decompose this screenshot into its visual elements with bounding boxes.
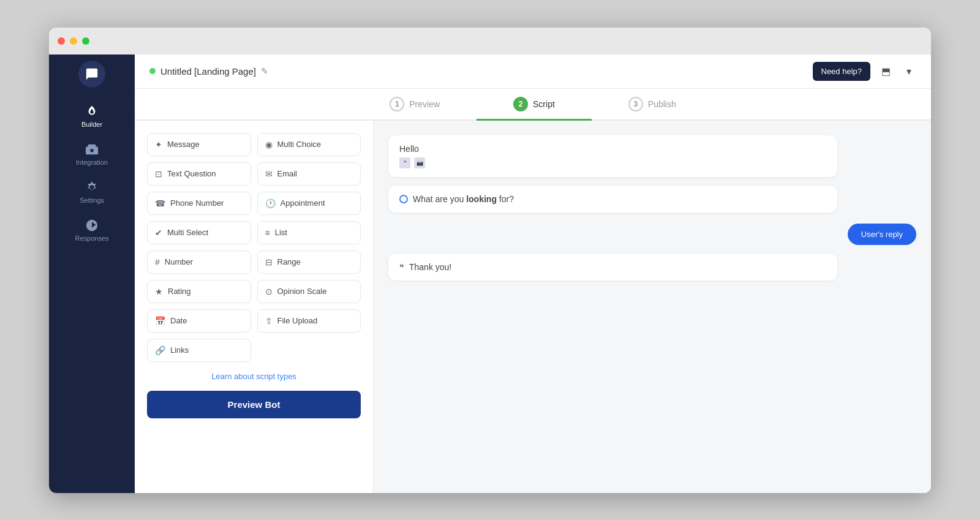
chevron-down-icon[interactable]: ▾	[902, 63, 916, 80]
minimize-dot[interactable]	[70, 37, 77, 45]
script-item-label: List	[275, 228, 287, 237]
left-panel: ✦ Message ◉ Multi Choice ⊡ Text Question	[135, 121, 374, 493]
script-item-label: Multi Select	[167, 228, 208, 237]
thankyou-text: Thank you!	[409, 262, 451, 272]
script-item-appointment[interactable]: 🕐 Appointment	[257, 192, 361, 215]
script-grid: ✦ Message ◉ Multi Choice ⊡ Text Question	[147, 133, 361, 362]
learn-link[interactable]: Learn about script types	[147, 372, 361, 381]
sidebar-label-responses: Responses	[75, 235, 108, 242]
edit-icon[interactable]: ✎	[261, 66, 268, 76]
tab-publish[interactable]: 3 Publish	[592, 89, 713, 119]
close-dot[interactable]	[58, 37, 65, 45]
script-item-label: Text Question	[167, 169, 216, 178]
appointment-icon: 🕐	[265, 198, 276, 208]
range-icon: ⊟	[265, 257, 273, 267]
hello-bubble: Hello ❝ 📷	[388, 135, 837, 177]
sidebar-logo	[78, 61, 105, 88]
preview-bot-button[interactable]: Preview Bot	[147, 391, 361, 418]
users-reply-button[interactable]: User's reply	[848, 224, 916, 245]
script-item-textquestion[interactable]: ⊡ Text Question	[147, 162, 251, 186]
script-item-rating[interactable]: ★ Rating	[147, 280, 251, 303]
content-area: Untitled [Landing Page] ✎ Need help? ⬒ ▾…	[135, 55, 931, 493]
topbar-right: Need help? ⬒ ▾	[813, 62, 917, 81]
app-body: Builder Integration Settings Responses	[49, 55, 931, 493]
script-item-opinionscale[interactable]: ⊙ Opinion Scale	[257, 280, 361, 303]
thankyou-bubble: ❝ Thank you!	[388, 254, 837, 281]
sidebar-item-settings[interactable]: Settings	[49, 173, 135, 211]
script-item-label: Email	[277, 169, 298, 178]
tab-preview[interactable]: 1 Preview	[353, 89, 477, 119]
script-item-label: File Upload	[277, 316, 318, 325]
script-item-list[interactable]: ≡ List	[257, 221, 361, 244]
sidebar: Builder Integration Settings Responses	[49, 55, 135, 493]
hello-bubble-icons: ❝ 📷	[399, 157, 826, 168]
rating-icon: ★	[155, 287, 163, 296]
number-icon: #	[155, 257, 160, 267]
radio-indicator	[399, 195, 408, 203]
app-window: Builder Integration Settings Responses	[49, 28, 931, 493]
settings-icon	[85, 181, 99, 194]
script-item-label: Range	[277, 257, 301, 266]
script-item-date[interactable]: 📅 Date	[147, 309, 251, 333]
sidebar-label-integration: Integration	[76, 159, 108, 166]
script-item-label: Rating	[168, 287, 191, 296]
question-bubble: What are you looking for?	[388, 186, 837, 213]
tab-number-script: 2	[513, 97, 528, 111]
script-item-label: Date	[170, 316, 187, 325]
main-split: ✦ Message ◉ Multi Choice ⊡ Text Question	[135, 121, 931, 493]
sidebar-label-settings: Settings	[80, 197, 104, 204]
bubble-icon-1: ❝	[399, 157, 410, 168]
script-item-message[interactable]: ✦ Message	[147, 133, 251, 156]
topbar-left: Untitled [Landing Page] ✎	[149, 66, 268, 77]
responses-icon	[85, 219, 99, 232]
maximize-dot[interactable]	[82, 37, 89, 45]
script-item-range[interactable]: ⊟ Range	[257, 251, 361, 274]
tab-label-script: Script	[533, 99, 555, 109]
script-item-label: Multi Choice	[277, 140, 322, 149]
chat-icon	[85, 67, 99, 81]
sidebar-item-builder[interactable]: Builder	[49, 97, 135, 135]
script-item-label: Message	[167, 140, 200, 149]
tab-label-publish: Publish	[648, 99, 676, 109]
sidebar-item-responses[interactable]: Responses	[49, 211, 135, 249]
phone-icon: ☎	[155, 198, 165, 208]
tab-label-preview: Preview	[409, 99, 440, 109]
script-item-number[interactable]: # Number	[147, 251, 251, 274]
script-item-fileupload[interactable]: ⇧ File Upload	[257, 309, 361, 333]
tab-script[interactable]: 2 Script	[477, 89, 592, 119]
script-item-multiselect[interactable]: ✔ Multi Select	[147, 221, 251, 244]
script-item-label: Number	[165, 257, 193, 266]
flame-icon	[85, 105, 99, 118]
script-item-links[interactable]: 🔗 Links	[147, 339, 251, 362]
status-dot	[149, 68, 156, 74]
tab-number-preview: 1	[390, 97, 404, 111]
script-item-label: Phone Number	[170, 198, 224, 208]
script-item-phonenumber[interactable]: ☎ Phone Number	[147, 192, 251, 215]
script-item-label: Links	[170, 345, 189, 355]
multiselect-icon: ✔	[155, 228, 162, 238]
hello-text: Hello	[399, 144, 419, 154]
page-title: Untitled [Landing Page]	[160, 66, 256, 77]
script-item-multichoice[interactable]: ◉ Multi Choice	[257, 133, 361, 156]
topbar: Untitled [Landing Page] ✎ Need help? ⬒ ▾	[135, 55, 931, 89]
quote-icon: ❝	[399, 262, 404, 272]
bubble-icon-2: 📷	[414, 157, 425, 168]
multichoice-icon: ◉	[265, 140, 273, 149]
share-icon[interactable]: ⬒	[876, 63, 895, 80]
textquestion-icon: ⊡	[155, 169, 162, 179]
script-item-email[interactable]: ✉ Email	[257, 162, 361, 186]
wizard-tabs: 1 Preview 2 Script 3 Publish	[135, 89, 931, 121]
script-item-label: Opinion Scale	[277, 287, 327, 296]
sidebar-label-builder: Builder	[81, 121, 102, 128]
script-item-label: Appointment	[281, 198, 325, 208]
opinionscale-icon: ⊙	[265, 287, 273, 296]
email-icon: ✉	[265, 169, 273, 179]
titlebar	[49, 28, 931, 55]
message-icon: ✦	[155, 140, 162, 149]
need-help-button[interactable]: Need help?	[813, 62, 871, 81]
sidebar-item-integration[interactable]: Integration	[49, 135, 135, 173]
integration-icon	[85, 143, 99, 156]
tab-number-publish: 3	[628, 97, 643, 111]
question-text: What are you looking for?	[413, 194, 514, 204]
fileupload-icon: ⇧	[265, 316, 273, 326]
